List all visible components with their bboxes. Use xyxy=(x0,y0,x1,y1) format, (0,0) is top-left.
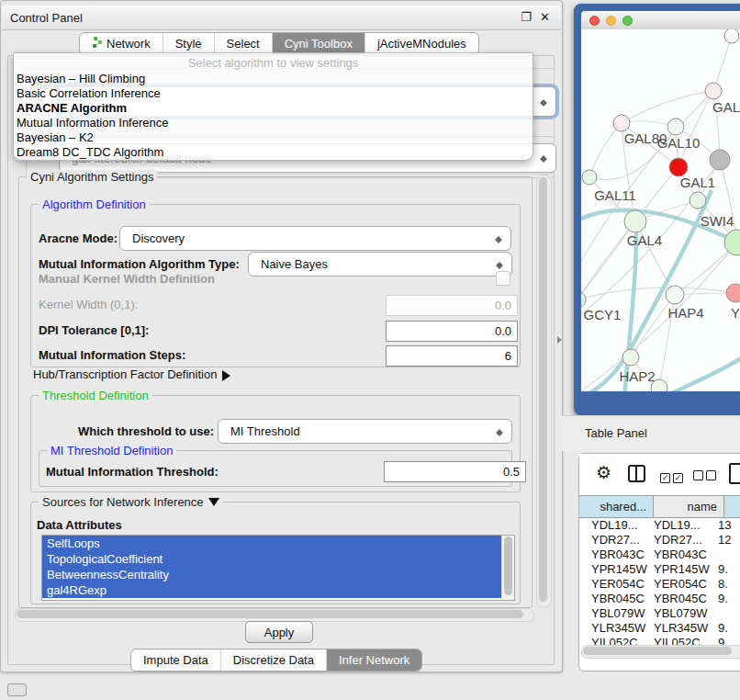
dpi-tolerance-field[interactable]: 0.0 xyxy=(386,321,518,342)
attribute-list-item[interactable]: BetweennessCentrality xyxy=(42,567,502,582)
split-divider-arrow-icon[interactable] xyxy=(557,336,566,344)
bottom-tab-infer-network[interactable]: Infer Network xyxy=(326,649,421,671)
network-node-gcy1[interactable] xyxy=(581,291,586,308)
network-canvas[interactable]: GALGAL80GAL10GAL1GAL11SWI4GAL4GCY1HAP4YH… xyxy=(581,29,740,391)
kernel-width-field[interactable]: 0.0 xyxy=(386,295,518,316)
network-node-gal80[interactable] xyxy=(613,115,630,131)
network-graph[interactable]: GALGAL80GAL10GAL1GAL11SWI4GAL4GCY1HAP4YH… xyxy=(581,29,740,391)
algorithm-option[interactable]: Dream8 DC_TDC Algorithm xyxy=(14,145,533,160)
attribute-list-item[interactable]: gal4RGexp xyxy=(42,582,502,598)
network-node-y[interactable] xyxy=(726,284,740,302)
tab-cyni-toolbox[interactable]: Cyni Toolbox xyxy=(272,33,364,54)
table-row[interactable]: YER054CYER054C8. xyxy=(579,577,740,592)
table-row[interactable]: YLR345WYLR345W9. xyxy=(579,621,740,636)
algorithm-option[interactable]: ARACNE Algorithm xyxy=(14,101,533,116)
bottom-tab-impute-data[interactable]: Impute Data xyxy=(131,649,220,671)
table-cell: YER054C xyxy=(579,577,654,592)
network-node-hap2[interactable] xyxy=(622,349,639,366)
manual-kernel-checkbox[interactable] xyxy=(496,271,510,286)
table-row[interactable]: YPR145WYPR145W9. xyxy=(579,562,740,577)
network-edge-thick[interactable] xyxy=(660,351,740,391)
expanded-arrow-icon[interactable] xyxy=(208,498,219,512)
network-node-hap4[interactable] xyxy=(666,286,684,304)
settings-vertical-scrollbar[interactable] xyxy=(536,175,552,608)
tab-select[interactable]: Select xyxy=(214,33,272,54)
network-node-gal[interactable] xyxy=(705,83,722,99)
unchecked-boxes-icon[interactable] xyxy=(693,469,719,483)
table-cell: YDL19... xyxy=(654,518,718,533)
algorithm-dropdown-popup: Select algorithm to view settings Bayesi… xyxy=(13,52,533,161)
table-rows: YDL19...YDL19...13YDR27...YDR27...12YBR0… xyxy=(579,518,740,650)
table-horizontal-scrollbar[interactable] xyxy=(581,645,740,659)
aracne-mode-value: Discovery xyxy=(132,227,185,250)
node-label: GCY1 xyxy=(584,307,622,322)
list-scrollbar-thumb[interactable] xyxy=(504,536,512,595)
aracne-mode-combobox[interactable]: Discovery xyxy=(119,226,511,251)
close-icon[interactable]: ✕ xyxy=(540,10,550,24)
apply-button[interactable]: Apply xyxy=(245,621,313,643)
control-panel-titlebar[interactable]: Control Panel ❐ ✕ xyxy=(2,6,561,30)
dpi-tolerance-value: 0.0 xyxy=(495,324,511,338)
bottom-tab-discretize-data[interactable]: Discretize Data xyxy=(220,649,326,671)
network-edge-thick[interactable] xyxy=(624,224,636,391)
attribute-list-item[interactable]: SelfLoops xyxy=(42,536,502,551)
attribute-list-item[interactable]: TopologicalCoefficient xyxy=(42,551,502,567)
table-row[interactable]: YDR27...YDR27...12 xyxy=(579,533,740,548)
network-window-titlebar[interactable] xyxy=(581,11,740,29)
split-columns-icon[interactable] xyxy=(628,465,645,482)
table-hscroll-thumb[interactable] xyxy=(583,647,732,655)
threshold-combobox[interactable]: MI Threshold xyxy=(218,419,512,444)
table-row[interactable]: YBL079WYBL079W xyxy=(579,606,740,621)
aracne-mode-label: Aracne Mode: xyxy=(39,231,118,245)
mi-threshold-field[interactable]: 0.5 xyxy=(384,461,526,482)
column-header[interactable] xyxy=(724,496,740,517)
network-node[interactable] xyxy=(724,29,739,43)
data-attributes-list[interactable]: SelfLoopsTopologicalCoefficientBetweenne… xyxy=(41,535,515,601)
mi-type-value: Naive Bayes xyxy=(261,253,328,276)
minimize-traffic-light-icon[interactable] xyxy=(606,16,616,26)
network-node-gal4[interactable] xyxy=(624,210,646,232)
gear-icon[interactable]: ⚙ xyxy=(596,462,611,483)
float-window-icon[interactable]: ❐ xyxy=(521,10,532,24)
table-cell xyxy=(718,548,740,562)
tab-network[interactable]: Network xyxy=(80,33,163,54)
algorithm-option[interactable]: Basic Correlation Inference xyxy=(14,86,533,101)
dropdown-prompt: Select algorithm to view settings xyxy=(14,53,533,72)
settings-horizontal-scrollbar[interactable] xyxy=(15,608,534,622)
checked-boxes-icon[interactable]: ✓✓ xyxy=(660,469,686,483)
close-traffic-light-icon[interactable] xyxy=(589,16,600,26)
column-header[interactable]: name xyxy=(654,496,724,517)
network-node-gal1[interactable] xyxy=(690,192,706,209)
network-node[interactable] xyxy=(669,158,688,176)
network-node-gal11[interactable] xyxy=(582,170,597,185)
table-cell: 9. xyxy=(718,562,740,577)
column-header[interactable]: shared... xyxy=(579,496,654,517)
hub-definition-toggle[interactable]: Hub/Transcription Factor Definition xyxy=(33,367,236,381)
tab-jactivemnodules[interactable]: jActiveMNodules xyxy=(364,33,478,54)
network-node[interactable] xyxy=(651,379,667,391)
mi-steps-field[interactable]: 6 xyxy=(386,345,518,367)
document-icon[interactable] xyxy=(729,463,740,484)
network-node-gal10[interactable] xyxy=(667,119,684,135)
table-cell: YER054C xyxy=(654,577,718,592)
algorithm-option[interactable]: Mutual Information Inference xyxy=(14,116,533,130)
table-panel-title: Table Panel xyxy=(585,426,647,440)
settings-hscroll-thumb[interactable] xyxy=(17,610,523,618)
collapsed-arrow-icon[interactable] xyxy=(222,370,236,381)
algorithm-option[interactable]: Bayesian – K2 xyxy=(14,130,533,145)
table-row[interactable]: YBR045CYBR045C9. xyxy=(579,592,740,606)
network-node-swi4[interactable] xyxy=(724,230,740,255)
settings-vscroll-thumb[interactable] xyxy=(539,177,547,602)
table-row[interactable]: YDL19...YDL19...13 xyxy=(579,518,740,533)
network-edge[interactable] xyxy=(589,123,622,177)
kernel-width-value: 0.0 xyxy=(495,299,511,312)
mi-type-combobox[interactable]: Naive Bayes xyxy=(248,252,512,277)
algorithm-option[interactable]: Bayesian – Hill Climbing xyxy=(14,72,533,86)
network-node[interactable] xyxy=(710,150,730,170)
zoom-traffic-light-icon[interactable] xyxy=(622,16,633,26)
apply-button-label: Apply xyxy=(264,626,295,639)
dock-panel-icon[interactable] xyxy=(7,683,27,696)
list-scrollbar[interactable] xyxy=(501,536,514,600)
tab-style[interactable]: Style xyxy=(163,33,214,54)
table-row[interactable]: YBR043CYBR043C xyxy=(579,548,740,562)
